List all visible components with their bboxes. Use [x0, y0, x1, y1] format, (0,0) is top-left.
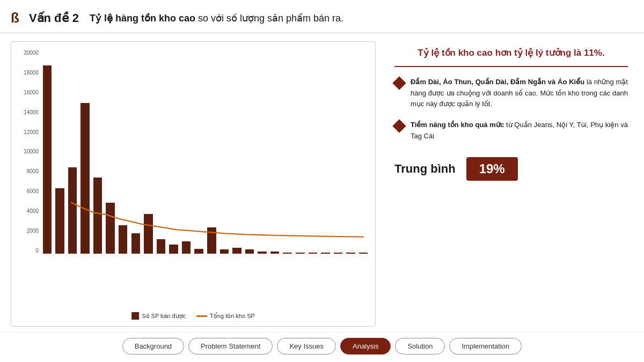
- diamond-icon-2: [392, 119, 406, 132]
- nav-button-problem-statement[interactable]: Problem Statement: [188, 338, 273, 354]
- bar: [283, 253, 292, 254]
- y-label: 16000: [17, 90, 39, 95]
- diamond-icon-1: [392, 76, 406, 90]
- bar: [245, 249, 254, 254]
- bar: [131, 233, 141, 254]
- y-label: 4000: [17, 208, 39, 214]
- main-content: 2000018000160001400012000100008000600040…: [0, 33, 644, 332]
- bar: [220, 249, 229, 254]
- y-label: 14000: [17, 109, 39, 115]
- chart-legend: Số SP bán được Tổng tồn kho SP: [131, 312, 255, 320]
- bar: [232, 248, 241, 254]
- header-subtitle: Tỷ lệ hàng tồn kho cao so với số lượng s…: [90, 12, 343, 24]
- info-text-1: Đầm Dài, Áo Thun, Quần Dài, Đầm Ngắn và …: [411, 77, 628, 110]
- info-item-1: Đầm Dài, Áo Thun, Quần Dài, Đầm Ngắn và …: [394, 77, 628, 110]
- y-label: 0: [17, 248, 39, 254]
- nav-button-implementation[interactable]: Implementation: [449, 338, 522, 354]
- y-label: 12000: [17, 129, 39, 135]
- bar: [106, 203, 115, 254]
- y-axis: 2000018000160001400012000100008000600040…: [17, 50, 41, 254]
- bar: [258, 252, 267, 254]
- bar: [119, 225, 128, 254]
- bars-inner: [41, 50, 370, 254]
- legend-line-icon: [196, 315, 207, 317]
- bar: [93, 178, 103, 254]
- legend-line-item: Tổng tồn kho SP: [196, 313, 255, 320]
- bar: [157, 239, 166, 254]
- average-label: Trung bình: [394, 162, 456, 176]
- bar: [270, 252, 280, 254]
- bar: [43, 65, 52, 254]
- bar: [321, 253, 330, 254]
- average-row: Trung bình 19%: [394, 157, 628, 181]
- highlight-box: Tỷ lệ tồn kho cao hơn tỷ lệ lý tưởng là …: [394, 47, 628, 67]
- legend-bar-item: Số SP bán được: [131, 312, 186, 320]
- bar: [55, 188, 64, 254]
- y-label: 8000: [17, 168, 39, 174]
- info-text-2: Tiềm năng tồn kho quá mức từ Quần Jeans,…: [411, 120, 628, 142]
- bar: [80, 103, 90, 254]
- y-label: 6000: [17, 188, 39, 194]
- legend-line-label: Tổng tồn kho SP: [210, 313, 255, 320]
- bar: [359, 253, 368, 254]
- chart-container: 2000018000160001400012000100008000600040…: [11, 41, 376, 327]
- right-panel: Tỷ lệ tồn kho cao hơn tỷ lệ lý tưởng là …: [386, 41, 633, 327]
- bar: [68, 167, 77, 254]
- nav-button-key-issues[interactable]: Key Issues: [277, 338, 336, 354]
- legend-bar-icon: [131, 312, 139, 320]
- bar: [182, 241, 191, 254]
- bars-wrapper: [41, 50, 370, 254]
- legend-bar-label: Số SP bán được: [142, 313, 186, 320]
- page-title: Vấn đề 2: [29, 11, 79, 25]
- logo-icon: ß: [11, 10, 19, 26]
- bar: [207, 227, 216, 254]
- header: ß Vấn đề 2 Tỷ lệ hàng tồn kho cao so với…: [0, 0, 644, 33]
- chart-area: 2000018000160001400012000100008000600040…: [17, 50, 370, 254]
- bar: [309, 253, 318, 254]
- bar: [296, 253, 305, 254]
- y-label: 18000: [17, 70, 39, 76]
- bar: [194, 249, 203, 254]
- info-item-2: Tiềm năng tồn kho quá mức từ Quần Jeans,…: [394, 120, 628, 142]
- bar: [169, 245, 178, 254]
- y-label: 10000: [17, 149, 39, 154]
- nav-button-analysis[interactable]: Analysis: [340, 338, 391, 354]
- y-label: 2000: [17, 228, 39, 234]
- bar: [346, 253, 355, 254]
- footer-nav: BackgroundProblem StatementKey IssuesAna…: [0, 332, 644, 362]
- bar: [334, 253, 343, 254]
- average-value: 19%: [466, 157, 518, 181]
- highlight-text: Tỷ lệ tồn kho cao hơn tỷ lệ lý tưởng là …: [394, 47, 628, 60]
- bar: [144, 214, 153, 254]
- nav-button-background[interactable]: Background: [122, 338, 184, 354]
- nav-button-solution[interactable]: Solution: [395, 338, 445, 354]
- y-label: 20000: [17, 50, 39, 56]
